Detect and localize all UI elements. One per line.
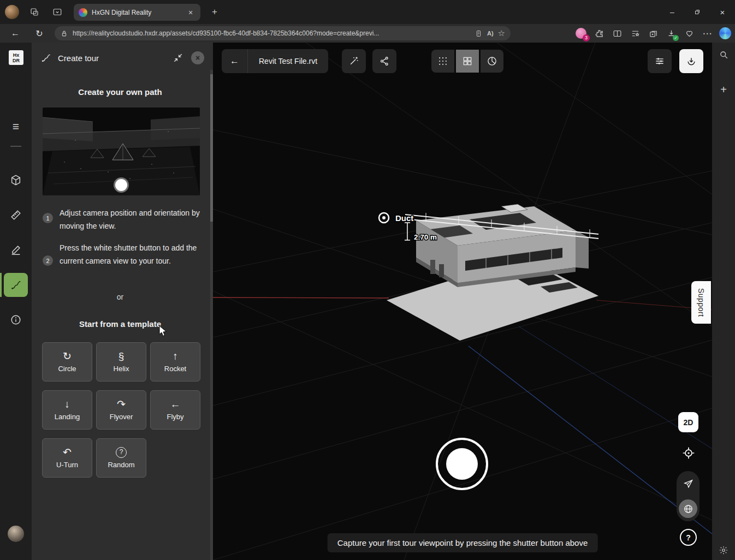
address-bar[interactable]: https://realitycloudstudio.hxdr.app/asse… bbox=[55, 26, 511, 40]
downloads-icon[interactable]: ✓ bbox=[665, 27, 678, 40]
menu-icon[interactable]: ≡ bbox=[4, 115, 28, 139]
magic-wand-button[interactable] bbox=[342, 49, 366, 73]
tab-actions-icon[interactable] bbox=[51, 5, 64, 19]
step-number: 2 bbox=[43, 255, 53, 266]
random-icon: ? bbox=[116, 447, 127, 458]
settings-more-icon[interactable]: ⋯ bbox=[701, 27, 714, 40]
locate-button[interactable] bbox=[679, 444, 698, 462]
step-text: Press the white shutter button to add th… bbox=[60, 241, 205, 267]
template-landing-button[interactable]: ↓ Landing bbox=[42, 390, 92, 430]
refresh-icon[interactable]: ↻ bbox=[33, 27, 46, 40]
restore-button[interactable] bbox=[685, 0, 710, 24]
search-icon bbox=[719, 50, 729, 60]
template-grid: ↻ Circle § Helix ↑ Rocket ↓ Landing ↷ bbox=[42, 342, 201, 478]
browser-profile-avatar[interactable] bbox=[5, 5, 19, 19]
active-item-indicator bbox=[0, 273, 2, 297]
template-random-button[interactable]: ? Random bbox=[96, 438, 146, 478]
app-sidebar: Hx DR ≡ bbox=[0, 43, 32, 560]
uturn-icon: ↶ bbox=[63, 447, 72, 458]
rocket-icon: ↑ bbox=[173, 351, 178, 362]
help-button[interactable]: ? bbox=[680, 529, 697, 546]
browser-tab[interactable]: HxGN Digital Reality × bbox=[74, 4, 200, 21]
panel-title: Create tour bbox=[58, 53, 99, 63]
edit-pencil-icon bbox=[10, 244, 22, 256]
new-tab-button[interactable]: + bbox=[209, 6, 221, 18]
viewer-3d[interactable]: Duct 2.70 m ← Revit Test File.rvt bbox=[213, 43, 712, 560]
orbit-navigation-button[interactable] bbox=[679, 499, 697, 518]
split-screen-icon[interactable] bbox=[610, 27, 624, 40]
favorites-icon[interactable] bbox=[629, 27, 642, 40]
hxdr-logo[interactable]: Hx DR bbox=[9, 50, 23, 65]
render-mode-switcher bbox=[431, 50, 503, 73]
asset-file-name: Revit Test File.rvt bbox=[248, 57, 328, 65]
template-flyby-button[interactable]: ← Flyby bbox=[150, 390, 200, 430]
mesh-mode-button[interactable] bbox=[456, 50, 479, 73]
fly-navigation-button[interactable] bbox=[679, 474, 697, 493]
2d-mode-button[interactable]: 2D bbox=[678, 412, 698, 432]
mouse-cursor bbox=[159, 325, 168, 337]
collapse-panel-icon[interactable] bbox=[170, 50, 186, 65]
support-tab[interactable]: Support bbox=[691, 281, 711, 324]
extensions-puzzle-icon[interactable] bbox=[592, 27, 606, 40]
flyover-icon: ↷ bbox=[117, 399, 126, 410]
sidebar-add-icon[interactable]: + bbox=[717, 83, 730, 96]
view-settings-button[interactable] bbox=[648, 49, 672, 73]
close-window-button[interactable]: × bbox=[710, 0, 735, 24]
back-to-assets-button[interactable]: ← bbox=[222, 49, 248, 73]
minimize-button[interactable]: – bbox=[660, 0, 685, 24]
template-flyover-button[interactable]: ↷ Flyover bbox=[96, 390, 146, 430]
sidebar-search-icon[interactable] bbox=[717, 48, 730, 61]
thumbnail-shutter-icon bbox=[115, 179, 127, 191]
sidebar-item-measure[interactable] bbox=[4, 203, 28, 227]
collections-icon[interactable] bbox=[647, 27, 660, 40]
sidebar-item-tour[interactable] bbox=[4, 273, 28, 297]
workspaces-icon[interactable] bbox=[28, 5, 41, 19]
tutorial-step-1: 1 Adjust camera position and orientation… bbox=[43, 206, 205, 233]
browser-window: HxGN Digital Reality × + – × ← ↻ https:/… bbox=[0, 0, 735, 560]
sidebar-settings-gear-icon[interactable] bbox=[717, 544, 730, 557]
copilot-logo bbox=[719, 27, 731, 39]
sidebar-item-annotate[interactable] bbox=[4, 238, 28, 262]
navigation-mode-pill bbox=[677, 471, 700, 521]
helix-icon: § bbox=[118, 351, 125, 362]
model-mode-button[interactable] bbox=[481, 50, 503, 73]
template-rocket-button[interactable]: ↑ Rocket bbox=[150, 342, 200, 382]
sidebar-item-info[interactable] bbox=[4, 308, 28, 332]
url-text[interactable]: https://realitycloudstudio.hxdr.app/asse… bbox=[73, 29, 470, 37]
template-helix-button[interactable]: § Helix bbox=[96, 342, 146, 382]
flyby-icon: ← bbox=[170, 399, 181, 410]
tab-title: HxGN Digital Reality bbox=[92, 9, 181, 16]
tab-close-icon[interactable]: × bbox=[186, 8, 195, 17]
template-heading: Start from a template bbox=[32, 319, 209, 329]
tutorial-thumbnail bbox=[43, 108, 200, 195]
shutter-button[interactable] bbox=[436, 438, 488, 490]
sidebar-item-assets[interactable] bbox=[4, 168, 28, 192]
back-icon[interactable]: ← bbox=[9, 27, 22, 40]
reading-mode-icon[interactable] bbox=[475, 29, 483, 38]
browser-essentials-icon[interactable] bbox=[683, 27, 696, 40]
own-path-heading: Create your own path bbox=[32, 87, 209, 97]
pointcloud-mode-button[interactable] bbox=[431, 50, 454, 73]
template-circle-button[interactable]: ↻ Circle bbox=[42, 342, 92, 382]
user-avatar[interactable] bbox=[8, 526, 24, 542]
circle-icon: ↻ bbox=[63, 351, 72, 362]
edge-sidebar-rail: + bbox=[712, 43, 735, 560]
tour-path-icon bbox=[40, 52, 51, 63]
download-asset-button[interactable] bbox=[679, 49, 703, 73]
shutter-inner-circle bbox=[446, 448, 478, 480]
or-separator: or bbox=[32, 293, 209, 301]
extension-profile-icon[interactable]: 3 bbox=[574, 27, 588, 40]
toolbar-extensions-area: 3 ✓ ⋯ bbox=[574, 24, 732, 43]
favorite-star-icon[interactable]: ☆ bbox=[498, 28, 505, 38]
file-header-group: ← Revit Test File.rvt bbox=[222, 49, 328, 73]
share-button[interactable] bbox=[372, 49, 396, 73]
site-info-lock-icon[interactable] bbox=[60, 29, 68, 38]
browser-titlebar: HxGN Digital Reality × + – × bbox=[0, 0, 735, 24]
close-panel-icon[interactable]: × bbox=[191, 51, 204, 64]
read-aloud-icon[interactable]: A) bbox=[487, 30, 494, 37]
create-tour-panel: Create tour × Create your own path bbox=[32, 43, 213, 560]
sidebar-divider bbox=[10, 146, 21, 147]
copilot-icon[interactable] bbox=[719, 27, 732, 40]
template-uturn-button[interactable]: ↶ U-Turn bbox=[42, 438, 92, 478]
crosshair-locate-icon bbox=[681, 446, 696, 460]
